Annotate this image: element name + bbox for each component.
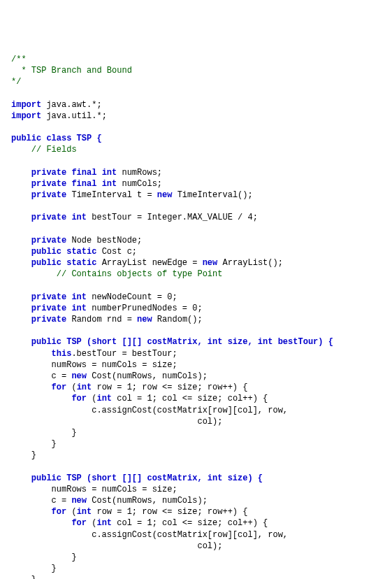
code-line: public static ArrayList newEdge = new Ar…: [11, 257, 381, 269]
text-token: bestTour = Integer.MAX_VALUE / 4;: [87, 213, 258, 222]
keyword-token: new: [137, 315, 152, 324]
code-line: [11, 224, 381, 235]
text-token: c =: [11, 496, 71, 506]
code-line: private Random rnd = new Random();: [11, 314, 381, 325]
code-line: import java.awt.*;: [11, 99, 381, 110]
text-token: c.assignCost(costMatrix[row][col], row,: [11, 406, 288, 415]
comment-token: * TSP Branch and Bound: [11, 66, 132, 76]
text-token: [11, 349, 52, 359]
code-line: col);: [11, 416, 381, 427]
keyword-token: for: [71, 394, 87, 403]
code-line: private TimeInterval t = new TimeInterva…: [11, 190, 381, 201]
keyword-token: int: [77, 507, 92, 517]
text-token: }: [11, 450, 36, 460]
code-line: c.assignCost(costMatrix[row][col], row,: [11, 405, 381, 416]
text-token: [11, 179, 31, 189]
keyword-token: for: [71, 518, 87, 528]
code-line: /**: [11, 54, 381, 65]
keyword-token: private: [31, 315, 66, 324]
code-line: private int numberPrunedNodes = 0;: [11, 303, 381, 314]
text-token: [11, 507, 52, 517]
text-token: [11, 303, 31, 313]
code-line: private final int numRows;: [11, 167, 381, 178]
keyword-token: private int: [31, 303, 87, 313]
code-line: private Node bestNode;: [11, 235, 381, 246]
text-token: }: [11, 564, 57, 573]
text-token: [11, 518, 71, 528]
text-token: Random rnd =: [66, 315, 137, 324]
text-token: }: [11, 552, 77, 562]
keyword-token: int: [77, 383, 92, 392]
keyword-token: private final int: [31, 179, 117, 189]
text-token: [11, 337, 31, 347]
text-token: Cost c;: [96, 247, 137, 257]
text-token: .bestTour = bestTour;: [71, 349, 177, 359]
code-line: [11, 122, 381, 133]
text-token: }: [11, 428, 77, 438]
text-token: [11, 247, 31, 257]
keyword-token: private final int: [31, 168, 117, 178]
keyword-token: import: [11, 100, 41, 110]
keyword-token: public static: [31, 258, 97, 268]
text-token: Random();: [152, 315, 203, 324]
keyword-token: private: [31, 190, 66, 200]
code-line: [11, 201, 381, 212]
text-token: [11, 168, 31, 178]
code-line: c.assignCost(costMatrix[row][col], row,: [11, 529, 381, 541]
code-line: private int newNodeCount = 0;: [11, 292, 381, 303]
text-token: [11, 383, 52, 392]
keyword-token: public class TSP {: [11, 134, 102, 143]
keyword-token: private int: [31, 292, 87, 302]
code-line: [11, 280, 381, 292]
text-token: row = 1; row <= size; row++) {: [92, 383, 247, 392]
code-line: for (int col = 1; col <= size; col++) {: [11, 393, 381, 404]
text-token: java.util.*;: [41, 111, 107, 121]
keyword-token: new: [71, 496, 87, 506]
code-line: }: [11, 450, 381, 461]
code-line: [11, 155, 381, 166]
text-token: numberPrunedNodes = 0;: [87, 303, 203, 313]
code-line: // Fields: [11, 144, 381, 155]
code-line: }: [11, 574, 381, 579]
keyword-token: private int: [31, 213, 87, 222]
text-token: [11, 213, 31, 222]
keyword-token: private: [31, 236, 66, 245]
code-line: public TSP (short [][] costMatrix, int s…: [11, 473, 381, 484]
code-line: }: [11, 563, 381, 574]
text-token: newNodeCount = 0;: [87, 292, 177, 302]
code-line: private final int numCols;: [11, 178, 381, 190]
text-token: (: [87, 394, 96, 403]
code-line: */: [11, 76, 381, 87]
text-token: }: [11, 439, 57, 449]
code-line: for (int row = 1; row <= size; row++) {: [11, 382, 381, 393]
code-line: }: [11, 438, 381, 450]
text-token: ArrayList();: [217, 258, 283, 268]
text-token: (: [87, 518, 96, 528]
code-line: numRows = numCols = size;: [11, 359, 381, 371]
text-token: numRows = numCols = size;: [11, 360, 177, 370]
code-line: import java.util.*;: [11, 110, 381, 122]
text-token: [11, 394, 71, 403]
text-token: Cost(numRows, numCols);: [87, 496, 208, 506]
text-token: numRows = numCols = size;: [11, 485, 177, 494]
code-line: [11, 87, 381, 99]
code-line: public class TSP {: [11, 133, 381, 144]
code-line: [11, 325, 381, 336]
text-token: numRows;: [117, 168, 162, 178]
text-token: col);: [11, 541, 222, 551]
code-line: }: [11, 427, 381, 438]
code-line: c = new Cost(numRows, numCols);: [11, 371, 381, 382]
keyword-token: int: [96, 394, 112, 403]
code-line: private int bestTour = Integer.MAX_VALUE…: [11, 212, 381, 223]
code-line: this.bestTour = bestTour;: [11, 348, 381, 359]
text-token: c =: [11, 371, 71, 381]
code-line: col);: [11, 541, 381, 552]
text-token: col = 1; col <= size; col++) {: [112, 518, 268, 528]
text-token: [11, 190, 31, 200]
code-line: numRows = numCols = size;: [11, 484, 381, 495]
code-line: * TSP Branch and Bound: [11, 65, 381, 76]
keyword-token: this: [52, 349, 72, 359]
text-token: TimeInterval t =: [66, 190, 157, 200]
text-token: [11, 292, 31, 302]
text-token: }: [11, 575, 36, 579]
